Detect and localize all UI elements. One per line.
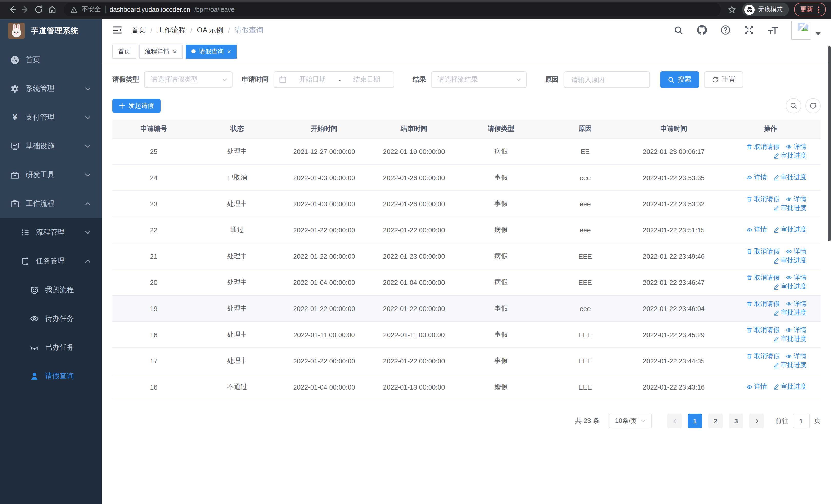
table-row: 20处理中2022-01-04 00:00:002022-01-04 00:00… <box>112 269 821 295</box>
browser-update-button[interactable]: 更新 <box>794 3 826 17</box>
cancel-leave-link[interactable]: 取消请假 <box>746 273 780 282</box>
goto-label: 前往 <box>775 416 789 425</box>
breadcrumb-item[interactable]: 首页 <box>132 25 146 35</box>
browser-menu-icon[interactable] <box>818 6 820 13</box>
detail-link[interactable]: 详情 <box>786 142 806 151</box>
page-size-value: 10条/页 <box>615 416 637 425</box>
cell-apply-id: 20 <box>112 269 195 295</box>
search-button[interactable]: 搜索 <box>660 71 699 88</box>
approval-progress-link[interactable]: 审批进度 <box>773 256 806 265</box>
sidebar-item-process-management[interactable]: 流程管理 <box>0 218 102 247</box>
cell-actions: 取消请假详情审批进度 <box>720 243 821 269</box>
reason-input[interactable] <box>570 75 643 84</box>
page-button-3[interactable]: 3 <box>729 414 743 428</box>
approval-progress-link-label: 审批进度 <box>781 383 806 391</box>
tab-process-detail[interactable]: 流程详情 × <box>139 45 182 58</box>
approval-progress-link[interactable]: 审批进度 <box>773 383 806 391</box>
help-icon[interactable] <box>721 25 730 35</box>
browser-toolbar: 不安全 dashboard.yudao.iocoder.cn/bpm/oa/le… <box>0 0 831 19</box>
cell-end-time: 2022-01-22 00:00:00 <box>369 295 459 322</box>
approval-progress-link[interactable]: 审批进度 <box>773 282 806 291</box>
user-menu-caret-icon[interactable] <box>815 32 821 35</box>
tab-home[interactable]: 首页 <box>112 45 136 58</box>
sidebar-collapse-icon[interactable] <box>112 25 122 35</box>
sidebar-item-workflow[interactable]: 工作流程 <box>0 189 102 218</box>
goto-page-input[interactable] <box>793 414 810 428</box>
table-refresh-icon[interactable] <box>805 98 821 113</box>
detail-link[interactable]: 详情 <box>786 352 806 360</box>
detail-link[interactable]: 详情 <box>786 273 806 282</box>
cancel-leave-link[interactable]: 取消请假 <box>746 142 780 151</box>
reset-button[interactable]: 重置 <box>704 71 743 88</box>
cancel-leave-link[interactable]: 取消请假 <box>746 352 780 360</box>
bookmark-star-icon[interactable] <box>728 5 736 13</box>
cancel-leave-link[interactable]: 取消请假 <box>746 195 780 204</box>
table-body: 25处理中2021-12-27 00:00:002022-01-19 00:00… <box>112 138 821 400</box>
approval-progress-link[interactable]: 审批进度 <box>773 308 806 317</box>
page-button-2[interactable]: 2 <box>708 414 723 428</box>
detail-link[interactable]: 详情 <box>786 247 806 256</box>
breadcrumb: 首页 / 工作流程 / OA 示例 / 请假查询 <box>132 25 263 35</box>
cell-leave-type: 病假 <box>459 269 543 295</box>
approval-progress-link[interactable]: 审批进度 <box>773 335 806 343</box>
browser-reload-icon[interactable] <box>32 3 45 16</box>
fullscreen-icon[interactable] <box>744 25 754 35</box>
address-bar[interactable]: 不安全 dashboard.yudao.iocoder.cn/bpm/oa/le… <box>64 3 721 17</box>
tab-close-icon[interactable]: × <box>227 48 231 55</box>
sidebar-item-system[interactable]: 系统管理 <box>0 75 102 103</box>
sidebar-item-payment[interactable]: ¥ 支付管理 <box>0 103 102 132</box>
detail-link[interactable]: 详情 <box>786 299 806 308</box>
end-date-placeholder[interactable]: 结束日期 <box>345 75 389 84</box>
detail-link[interactable]: 详情 <box>786 326 806 334</box>
approval-progress-link[interactable]: 审批进度 <box>773 173 806 182</box>
detail-link[interactable]: 详情 <box>746 226 767 234</box>
cell-start-time: 2022-01-03 00:00:00 <box>279 191 369 217</box>
cancel-leave-link[interactable]: 取消请假 <box>746 326 780 334</box>
tab-leave-query[interactable]: 请假查询 × <box>185 45 237 58</box>
sidebar-item-dev-tools[interactable]: 研发工具 <box>0 161 102 189</box>
security-warning-icon[interactable] <box>70 6 78 13</box>
detail-link[interactable]: 详情 <box>746 383 767 391</box>
url-host: dashboard.yudao.iocoder.cn <box>110 6 190 13</box>
font-size-icon[interactable] <box>768 25 779 35</box>
github-icon[interactable] <box>697 25 707 35</box>
detail-link[interactable]: 详情 <box>746 173 767 182</box>
sidebar-item-done-tasks[interactable]: 已办任务 <box>0 333 102 362</box>
browser-home-icon[interactable] <box>45 3 58 16</box>
cell-leave-type: 病假 <box>459 217 543 243</box>
prev-page-icon[interactable] <box>667 414 682 428</box>
detail-link[interactable]: 详情 <box>786 195 806 204</box>
approval-progress-link[interactable]: 审批进度 <box>773 204 806 212</box>
start-date-placeholder[interactable]: 开始日期 <box>290 75 335 84</box>
sidebar-item-leave-query[interactable]: 请假查询 <box>0 362 102 391</box>
sidebar-item-infrastructure[interactable]: 基础设施 <box>0 132 102 161</box>
tab-close-icon[interactable]: × <box>173 48 177 55</box>
cancel-leave-link-label: 取消请假 <box>754 195 780 204</box>
page-scrollbar[interactable] <box>828 46 831 241</box>
sidebar-item-home[interactable]: 首页 <box>0 46 102 75</box>
cancel-leave-link[interactable]: 取消请假 <box>746 299 780 308</box>
table-search-toggle-icon[interactable] <box>786 98 801 113</box>
approval-progress-link[interactable]: 审批进度 <box>773 151 806 160</box>
sidebar-item-task-management[interactable]: 任务管理 <box>0 247 102 276</box>
cancel-leave-link[interactable]: 取消请假 <box>746 247 780 256</box>
next-page-icon[interactable] <box>749 414 764 428</box>
sidebar-item-todo-tasks[interactable]: 待办任务 <box>0 304 102 333</box>
page-size-select[interactable]: 10条/页 <box>609 414 652 428</box>
approval-progress-link[interactable]: 审批进度 <box>773 361 806 369</box>
toolbox-icon <box>10 170 20 180</box>
browser-forward-icon[interactable] <box>19 3 32 16</box>
apply-time-range-picker[interactable]: 开始日期 - 结束日期 <box>274 71 394 88</box>
update-label: 更新 <box>800 5 813 14</box>
leave-type-select[interactable]: 请选择请假类型 <box>144 71 232 88</box>
avatar[interactable] <box>792 21 810 39</box>
approval-progress-link[interactable]: 审批进度 <box>773 226 806 234</box>
page-button-1[interactable]: 1 <box>688 414 702 428</box>
table-row: 18处理中2022-01-11 00:00:002022-01-11 00:00… <box>112 322 821 348</box>
create-leave-button[interactable]: 发起请假 <box>112 98 161 113</box>
result-select[interactable]: 请选择流结果 <box>431 71 526 88</box>
browser-back-icon[interactable] <box>5 3 19 16</box>
cell-apply-time: 2022-01-23 00:06:17 <box>627 138 720 165</box>
sidebar-item-my-processes[interactable]: 我的流程 <box>0 276 102 304</box>
search-icon[interactable] <box>674 25 683 35</box>
